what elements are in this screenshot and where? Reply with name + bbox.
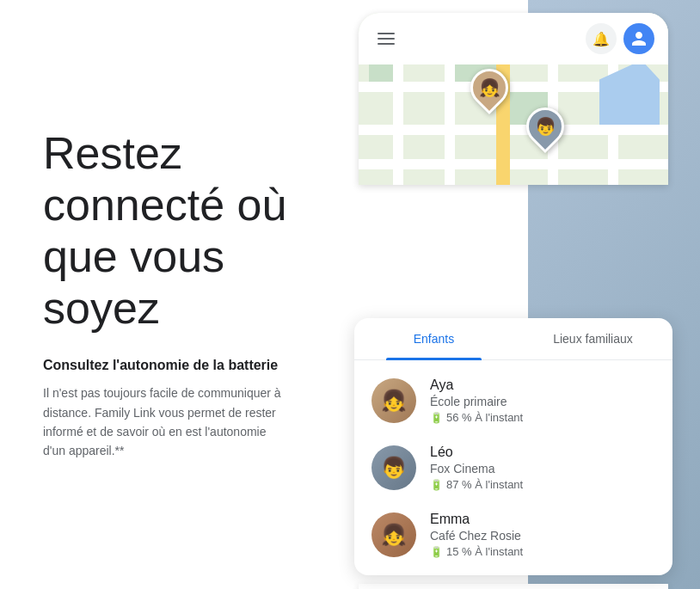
child-location-emma: Café Chez Rosie bbox=[430, 529, 655, 543]
child-location-aya: École primaire bbox=[430, 395, 655, 408]
tab-enfants[interactable]: Enfants bbox=[354, 318, 513, 359]
child-item-leo[interactable]: 👦 Léo Fox Cinema 🔋 87 % À l'instant bbox=[354, 434, 672, 501]
bottom-nav-wrapper: ✦ Temps forts Commandes bbox=[359, 584, 668, 589]
avatar-leo: 👦 bbox=[371, 445, 416, 490]
map-street-h3 bbox=[359, 125, 668, 135]
map-pin-leo: 👦 bbox=[526, 107, 564, 145]
hamburger-line-1 bbox=[378, 33, 395, 34]
topbar-icons: 🔔 bbox=[586, 23, 654, 54]
child-info-aya: Aya École primaire 🔋 56 % À l'instant bbox=[430, 377, 655, 424]
hamburger-button[interactable] bbox=[372, 25, 400, 52]
battery-icon-emma: 🔋 bbox=[430, 546, 443, 558]
child-name-emma: Emma bbox=[430, 512, 655, 527]
phone-topbar: 🔔 bbox=[359, 13, 668, 64]
child-info-leo: Léo Fox Cinema 🔋 87 % À l'instant bbox=[430, 445, 655, 491]
left-section: Restez connecté où que vous soyez Consul… bbox=[0, 0, 327, 589]
child-info-emma: Emma Café Chez Rosie 🔋 15 % À l'instant bbox=[430, 512, 655, 558]
hamburger-line-3 bbox=[378, 43, 395, 45]
sub-heading: Consultez l'autonomie de la batterie bbox=[43, 358, 292, 373]
child-name-aya: Aya bbox=[430, 377, 655, 393]
right-section: 🔔 👧 👦 bbox=[327, 0, 700, 589]
map-street-h4 bbox=[359, 159, 668, 169]
map-pin-aya: 👧 bbox=[470, 69, 508, 107]
battery-icon-aya: 🔋 bbox=[430, 412, 443, 424]
children-list: 👧 Aya École primaire 🔋 56 % À l'instant … bbox=[354, 360, 672, 575]
family-card: Enfants Lieux familiaux 👧 Aya École prim… bbox=[354, 318, 672, 575]
avatar-aya: 👧 bbox=[371, 378, 416, 423]
child-item-emma[interactable]: 👧 Emma Café Chez Rosie 🔋 15 % À l'instan… bbox=[354, 501, 672, 568]
nav-content-lines bbox=[359, 584, 668, 589]
tab-lieux-familiaux[interactable]: Lieux familiaux bbox=[513, 318, 672, 359]
description: Il n'est pas toujours facile de communiq… bbox=[43, 383, 284, 461]
profile-button[interactable] bbox=[623, 23, 654, 54]
battery-icon-leo: 🔋 bbox=[430, 479, 443, 491]
child-name-leo: Léo bbox=[430, 445, 655, 460]
child-battery-emma: 🔋 15 % À l'instant bbox=[430, 545, 655, 558]
child-battery-leo: 🔋 87 % À l'instant bbox=[430, 478, 655, 491]
avatar-emma: 👧 bbox=[371, 512, 416, 557]
phone-container: 🔔 👧 👦 bbox=[354, 13, 672, 589]
child-item-aya[interactable]: 👧 Aya École primaire 🔋 56 % À l'instant bbox=[354, 367, 672, 434]
notification-button[interactable]: 🔔 bbox=[586, 23, 617, 54]
hamburger-line-2 bbox=[378, 38, 395, 40]
map-area: 🔔 👧 👦 bbox=[359, 13, 668, 185]
user-icon bbox=[630, 30, 648, 47]
tab-bar: Enfants Lieux familiaux bbox=[354, 318, 672, 360]
child-battery-aya: 🔋 56 % À l'instant bbox=[430, 411, 655, 424]
child-location-leo: Fox Cinema bbox=[430, 462, 655, 475]
main-heading: Restez connecté où que vous soyez bbox=[43, 128, 292, 334]
